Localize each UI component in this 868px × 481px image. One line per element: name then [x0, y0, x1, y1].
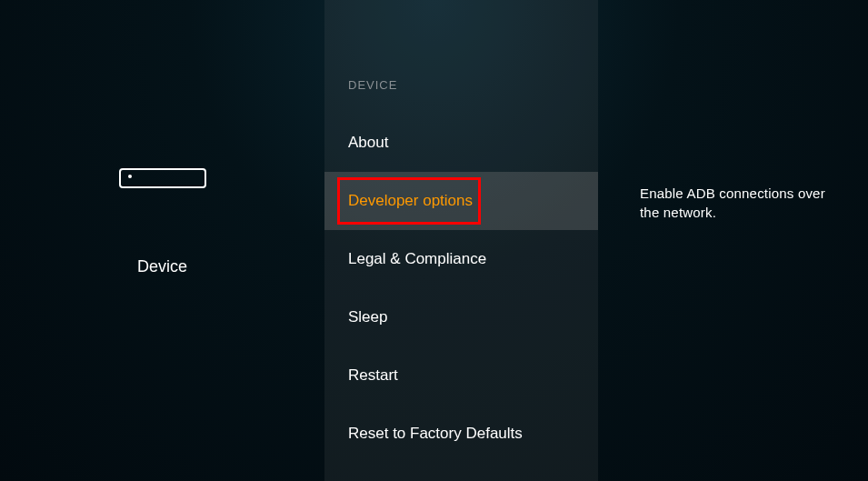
- menu-item-about[interactable]: About: [324, 114, 598, 172]
- device-icon: [119, 168, 206, 188]
- option-description: Enable ADB connections over the network.: [640, 184, 846, 222]
- left-panel: Device: [0, 0, 324, 481]
- device-menu: DEVICE About Developer options Legal & C…: [324, 0, 598, 481]
- menu-item-developer-options[interactable]: Developer options: [324, 172, 598, 230]
- menu-item-label: Developer options: [348, 192, 473, 209]
- menu-item-restart[interactable]: Restart: [324, 346, 598, 405]
- menu-item-reset-factory-defaults[interactable]: Reset to Factory Defaults: [324, 405, 598, 463]
- menu-item-sleep[interactable]: Sleep: [324, 288, 598, 346]
- menu-item-legal-compliance[interactable]: Legal & Compliance: [324, 230, 598, 288]
- section-header: DEVICE: [324, 78, 598, 114]
- device-category-label: Device: [137, 257, 187, 276]
- description-panel: Enable ADB connections over the network.: [598, 0, 868, 481]
